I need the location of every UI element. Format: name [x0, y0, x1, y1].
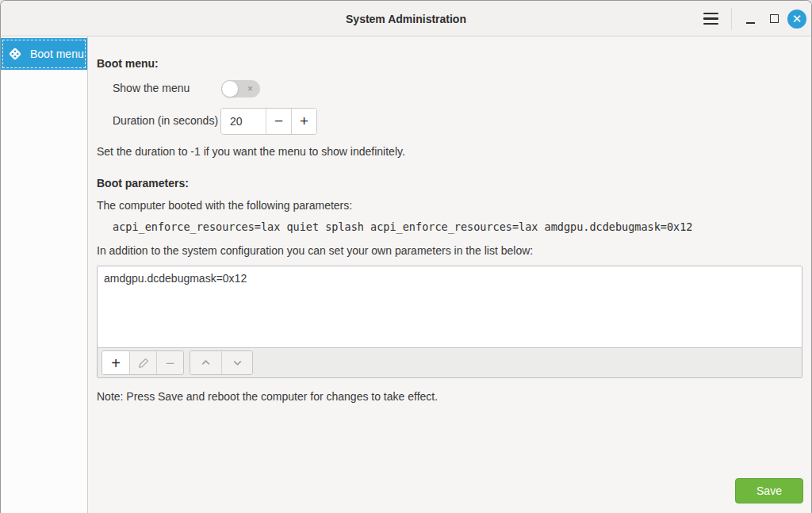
minus-icon: −	[166, 355, 175, 371]
move-down-button[interactable]	[221, 351, 252, 374]
sidebar: Boot menu	[1, 36, 88, 513]
sidebar-item-boot-menu[interactable]: Boot menu	[1, 38, 87, 70]
toggle-knob	[221, 80, 239, 98]
toggle-off-icon: ×	[247, 84, 253, 94]
duration-hint: Set the duration to -1 if you want the m…	[97, 145, 405, 158]
app-window: System Administration ✕	[0, 0, 812, 513]
edit-button-group: + −	[102, 350, 184, 375]
parameters-list-item[interactable]: amdgpu.dcdebugmask=0x12	[98, 266, 802, 285]
hamburger-icon	[703, 13, 718, 15]
window-title: System Administration	[1, 1, 811, 36]
edit-parameter-button[interactable]	[129, 351, 156, 374]
maximize-icon	[770, 14, 779, 23]
booted-parameters-value: acpi_enforce_resources=lax quiet splash …	[113, 220, 693, 233]
plus-icon: +	[300, 113, 308, 129]
chevron-down-icon	[232, 357, 243, 369]
booted-with-label: The computer booted with the following p…	[97, 199, 352, 212]
duration-decrement-button[interactable]: −	[266, 109, 291, 134]
parameters-toolbar: + −	[98, 347, 802, 377]
duration-spinner: − +	[220, 108, 317, 135]
save-button[interactable]: Save	[735, 478, 803, 503]
pencil-icon	[137, 357, 150, 369]
titlebar-controls: ✕	[696, 1, 806, 36]
titlebar: System Administration ✕	[1, 1, 811, 36]
main-content: Boot menu: Show the menu × Duration (in …	[88, 36, 811, 513]
boot-menu-icon	[7, 46, 23, 62]
remove-parameter-button[interactable]: −	[156, 351, 183, 374]
chevron-up-icon	[200, 357, 212, 369]
move-button-group	[190, 350, 253, 375]
boot-parameters-heading: Boot parameters:	[97, 177, 189, 190]
show-menu-label: Show the menu	[113, 82, 190, 94]
parameters-list[interactable]: amdgpu.dcdebugmask=0x12	[98, 266, 802, 347]
minimize-icon	[746, 22, 755, 24]
add-parameter-button[interactable]: +	[102, 351, 129, 374]
plus-icon: +	[111, 355, 121, 371]
duration-increment-button[interactable]: +	[291, 109, 316, 134]
menu-button[interactable]	[696, 5, 725, 33]
parameters-list-frame: amdgpu.dcdebugmask=0x12 + −	[97, 266, 802, 378]
close-icon: ✕	[792, 13, 802, 25]
custom-parameters-label: In addition to the system configuration …	[97, 244, 533, 257]
minimize-button[interactable]	[738, 7, 762, 31]
maximize-button[interactable]	[762, 7, 786, 31]
titlebar-separator	[731, 8, 732, 30]
minus-icon: −	[274, 113, 283, 129]
duration-input[interactable]	[221, 109, 266, 134]
boot-menu-heading: Boot menu:	[97, 57, 159, 70]
sidebar-item-label: Boot menu	[30, 48, 84, 60]
show-menu-toggle[interactable]: ×	[221, 80, 260, 98]
reboot-note: Note: Press Save and reboot the computer…	[97, 390, 438, 403]
close-button[interactable]: ✕	[787, 10, 806, 29]
move-up-button[interactable]	[190, 351, 221, 374]
duration-label: Duration (in seconds)	[113, 114, 218, 127]
